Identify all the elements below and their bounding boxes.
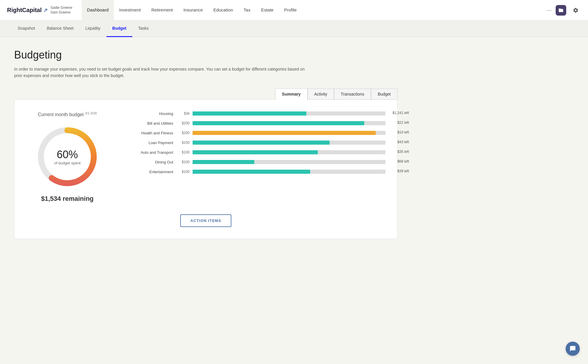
user-info: Sadie Greene Sam Greene <box>51 6 72 15</box>
bar-left-label: $68 left <box>397 159 409 163</box>
settings-icon[interactable] <box>570 5 581 16</box>
nav-link-dashboard[interactable]: Dashboard <box>82 0 114 21</box>
bar-track: $68 left <box>193 160 385 164</box>
bar-track: $39 left <box>193 170 385 174</box>
nav-link-education[interactable]: Education <box>208 0 238 21</box>
bar-row: Housing $3k $1,241 left <box>126 111 385 116</box>
current-month-label: Current month budget 3/1-3/28 <box>38 111 97 117</box>
nav-right: ··· <box>547 5 581 16</box>
bar-category: Auto and Transport <box>126 150 173 155</box>
bar-fill <box>193 160 254 164</box>
bar-fill <box>193 111 306 116</box>
main-content: Budgeting In order to manage your expens… <box>0 37 412 257</box>
subnav-liquidity[interactable]: Liquidity <box>79 21 106 37</box>
bar-row: Dining Out $100 $68 left <box>126 160 385 164</box>
bar-amount: $3k <box>177 111 190 116</box>
nav-link-investment[interactable]: Investment <box>114 0 146 21</box>
subnav-tasks[interactable]: Tasks <box>132 21 155 37</box>
bar-track: $10 left <box>193 131 385 135</box>
donut-wrapper: 60% of budget spent <box>35 124 100 189</box>
tab-budget[interactable]: Budget <box>371 89 397 100</box>
tab-activity[interactable]: Activity <box>308 89 334 100</box>
tabs-and-card: Summary Activity Transactions Budget Cur… <box>14 89 397 239</box>
subnav-snapshot[interactable]: Snapshot <box>12 21 41 37</box>
user-name1: Sadie Greene <box>51 6 72 10</box>
page-title: Budgeting <box>14 49 397 61</box>
subnav-balance-sheet[interactable]: Balance Sheet <box>41 21 79 37</box>
nav-link-retirement[interactable]: Retirement <box>146 0 178 21</box>
subnav-budget[interactable]: Budget <box>106 21 132 37</box>
logo-icon: ↗ <box>42 7 48 13</box>
view-tabs-row: Summary Activity Transactions Budget <box>14 89 397 100</box>
remaining-text: $1,534 remaining <box>41 195 94 203</box>
remaining-amount: $1,534 <box>41 195 61 202</box>
bar-amount: $100 <box>177 160 190 164</box>
nav-link-profile[interactable]: Profile <box>279 0 302 21</box>
bar-left-label: $1,241 left <box>392 111 409 115</box>
bar-left-label: $35 left <box>397 150 409 154</box>
more-icon[interactable]: ··· <box>547 7 552 14</box>
bar-amount: $100 <box>177 170 190 174</box>
budget-card: Current month budget 3/1-3/28 <box>14 99 397 239</box>
top-nav: RightCapital ↗ Sadie Greene Sam Greene D… <box>0 0 588 21</box>
bar-left-label: $43 left <box>397 140 409 144</box>
sub-nav: Snapshot Balance Sheet Liquidity Budget … <box>0 21 588 37</box>
user-name2: Sam Greene <box>51 10 72 15</box>
bar-amount: $100 <box>177 150 190 154</box>
nav-link-insurance[interactable]: Insurance <box>178 0 208 21</box>
budget-card-inner: Current month budget 3/1-3/28 <box>26 111 385 203</box>
nav-links: Dashboard Investment Retirement Insuranc… <box>82 0 547 21</box>
bar-track: $43 left <box>193 141 385 145</box>
bar-fill <box>193 141 330 145</box>
bar-category: Bill and Utilities <box>126 121 173 126</box>
tab-summary[interactable]: Summary <box>275 89 308 100</box>
page-description: In order to manage your expenses, you ne… <box>14 66 308 79</box>
bar-amount: $200 <box>177 131 190 135</box>
bar-fill <box>193 170 310 174</box>
bar-left-label: $10 left <box>397 130 409 134</box>
bar-row: Bill and Utilities $200 $22 left <box>126 121 385 126</box>
logo-area: RightCapital ↗ Sadie Greene Sam Greene <box>7 6 72 15</box>
folder-icon[interactable] <box>556 5 566 16</box>
bar-category: Housing <box>126 111 173 116</box>
donut-percent: 60% <box>54 148 81 161</box>
bar-amount: $150 <box>177 141 190 145</box>
action-items-button[interactable]: ACTION ITEMS <box>180 214 231 227</box>
donut-center: 60% of budget spent <box>54 148 81 165</box>
bar-row: Entertainment $100 $39 left <box>126 170 385 174</box>
bar-track: $22 left <box>193 121 385 125</box>
nav-link-estate[interactable]: Estate <box>256 0 279 21</box>
bar-left-label: $22 left <box>397 121 409 125</box>
bar-left-label: $39 left <box>397 169 409 173</box>
remaining-label: remaining <box>63 195 93 202</box>
bar-category: Loan Payment <box>126 141 173 145</box>
bar-amount: $200 <box>177 121 190 125</box>
bar-fill <box>193 131 376 135</box>
nav-link-tax[interactable]: Tax <box>238 0 256 21</box>
bars-section: Housing $3k $1,241 left Bill and Utiliti… <box>126 111 385 179</box>
bar-category: Dining Out <box>126 160 173 164</box>
donut-section: Current month budget 3/1-3/28 <box>26 111 108 203</box>
tab-transactions[interactable]: Transactions <box>334 89 371 100</box>
bar-row: Auto and Transport $100 $35 left <box>126 150 385 155</box>
bar-row: Health and Fitness $200 $10 left <box>126 131 385 135</box>
logo-text: RightCapital ↗ <box>7 7 48 14</box>
date-range: 3/1-3/28 <box>85 111 97 115</box>
donut-label: of budget spent <box>54 161 81 165</box>
bar-fill <box>193 150 318 154</box>
bar-fill <box>193 121 364 125</box>
bar-track: $35 left <box>193 150 385 154</box>
bar-category: Health and Fitness <box>126 131 173 135</box>
bar-row: Loan Payment $150 $43 left <box>126 141 385 145</box>
bar-category: Entertainment <box>126 170 173 174</box>
action-area: ACTION ITEMS <box>26 214 385 227</box>
bar-track: $1,241 left <box>193 111 385 116</box>
